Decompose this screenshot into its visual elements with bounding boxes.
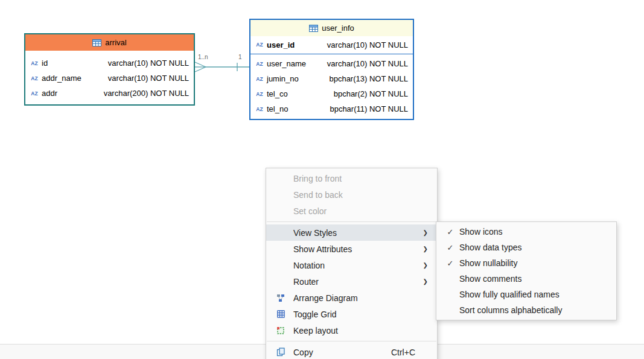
column-type: bpchar(11) NOT NULL xyxy=(330,104,408,113)
arrange-diagram-icon xyxy=(276,294,285,302)
column-row[interactable]: AZtel_co bpchar(2) NOT NULL xyxy=(250,86,413,101)
column-row[interactable]: AZaddr varchar(200) NOT NULL xyxy=(25,86,194,101)
submenu-item-show-comments[interactable]: Show comments xyxy=(436,271,616,287)
table-icon xyxy=(92,39,101,46)
column-name: id xyxy=(42,59,48,68)
column-type-icon: AZ xyxy=(255,76,264,82)
menu-item-send-to-back: Send to back xyxy=(266,186,437,203)
cardinality-label-one: 1 xyxy=(238,54,242,60)
column-row[interactable]: AZjumin_no bpchar(13) NOT NULL xyxy=(250,71,413,86)
column-name: tel_no xyxy=(267,104,288,113)
entity-user-info[interactable]: user_info AZuser_id varchar(10) NOT NULL… xyxy=(249,19,414,120)
check-icon: ✓ xyxy=(444,243,457,252)
column-type: varchar(10) NOT NULL xyxy=(108,74,189,83)
submenu-arrow-icon: ❯ xyxy=(423,278,431,285)
column-name: tel_co xyxy=(267,89,288,98)
column-type: varchar(10) NOT NULL xyxy=(108,59,189,68)
column-type-icon: AZ xyxy=(255,61,264,67)
menu-item-bring-to-front: Bring to front xyxy=(266,170,437,186)
menu-separator xyxy=(267,341,436,342)
column-name: user_id xyxy=(267,40,295,49)
column-type: varchar(10) NOT NULL xyxy=(327,59,408,68)
column-row[interactable]: AZtel_no bpchar(11) NOT NULL xyxy=(250,101,413,116)
copy-icon xyxy=(276,348,285,357)
column-type-icon: AZ xyxy=(30,60,39,66)
submenu-arrow-icon: ❯ xyxy=(423,229,431,236)
column-type-icon: AZ xyxy=(255,42,264,48)
menu-separator xyxy=(267,221,436,222)
column-name: jumin_no xyxy=(267,74,299,83)
menu-item-router[interactable]: Router ❯ xyxy=(266,273,437,290)
check-icon: ✓ xyxy=(444,227,457,237)
check-icon: ✓ xyxy=(444,259,457,268)
entity-arrival[interactable]: arrival AZid varchar(10) NOT NULL AZaddr… xyxy=(24,33,195,106)
entity-arrival-header[interactable]: arrival xyxy=(25,34,194,51)
submenu-arrow-icon: ❯ xyxy=(423,246,431,252)
menu-item-notation[interactable]: Notation ❯ xyxy=(266,257,437,273)
cardinality-label-many: 1..n xyxy=(198,54,208,60)
menu-item-show-attributes[interactable]: Show Attributes ❯ xyxy=(266,241,437,257)
menu-item-arrange-diagram[interactable]: Arrange Diagram xyxy=(266,290,437,306)
submenu-item-sort-columns-alphabetically[interactable]: Sort columns alphabetically xyxy=(436,302,616,318)
column-name: addr xyxy=(42,89,57,98)
menu-item-view-styles[interactable]: View Styles ❯ xyxy=(266,224,437,241)
entity-title: user_info xyxy=(322,24,354,33)
submenu-item-show-data-types[interactable]: ✓ Show data types xyxy=(436,240,616,255)
view-styles-submenu: ✓ Show icons ✓ Show data types ✓ Show nu… xyxy=(436,221,617,320)
column-type: varchar(200) NOT NULL xyxy=(104,89,189,98)
keep-layout-icon xyxy=(276,326,285,335)
shortcut-label: Ctrl+C xyxy=(391,348,431,357)
table-icon xyxy=(309,25,318,32)
column-row[interactable]: AZuser_name varchar(10) NOT NULL xyxy=(250,56,413,71)
column-row[interactable]: AZid varchar(10) NOT NULL xyxy=(25,56,194,71)
submenu-item-show-fully-qualified-names[interactable]: Show fully qualified names xyxy=(436,287,616,302)
menu-item-copy[interactable]: Copy Ctrl+C xyxy=(266,344,437,359)
column-type: bpchar(2) NOT NULL xyxy=(334,89,408,98)
column-name: addr_name xyxy=(42,74,81,83)
column-row[interactable]: AZaddr_name varchar(10) NOT NULL xyxy=(25,71,194,86)
submenu-item-show-icons[interactable]: ✓ Show icons xyxy=(436,224,616,240)
column-type-icon: AZ xyxy=(30,75,39,81)
entity-arrival-body: AZid varchar(10) NOT NULL AZaddr_name va… xyxy=(25,51,194,104)
toggle-grid-icon xyxy=(277,310,285,318)
menu-item-set-color: Set color xyxy=(266,203,437,219)
column-name: user_name xyxy=(267,59,306,68)
column-row[interactable]: AZuser_id varchar(10) NOT NULL xyxy=(250,36,413,53)
column-type: bpchar(13) NOT NULL xyxy=(329,74,408,83)
menu-item-toggle-grid[interactable]: Toggle Grid xyxy=(266,306,437,322)
entity-user-info-header[interactable]: user_info xyxy=(250,20,413,36)
erd-canvas: { "icons": { "column": "AZ", "check": "✓… xyxy=(0,0,644,359)
column-type-icon: AZ xyxy=(255,91,264,97)
entity-title: arrival xyxy=(105,38,126,47)
column-type-icon: AZ xyxy=(255,106,264,112)
submenu-arrow-icon: ❯ xyxy=(423,262,431,268)
column-type-icon: AZ xyxy=(30,91,39,97)
menu-item-keep-layout[interactable]: Keep layout xyxy=(266,322,437,338)
submenu-item-show-nullability[interactable]: ✓ Show nullability xyxy=(436,255,616,271)
primary-key-section: AZuser_id varchar(10) NOT NULL xyxy=(250,36,413,54)
context-menu: Bring to front Send to back Set color Vi… xyxy=(266,168,438,359)
entity-user-info-body: AZuser_name varchar(10) NOT NULL AZjumin… xyxy=(250,54,413,119)
column-type: varchar(10) NOT NULL xyxy=(327,40,408,49)
